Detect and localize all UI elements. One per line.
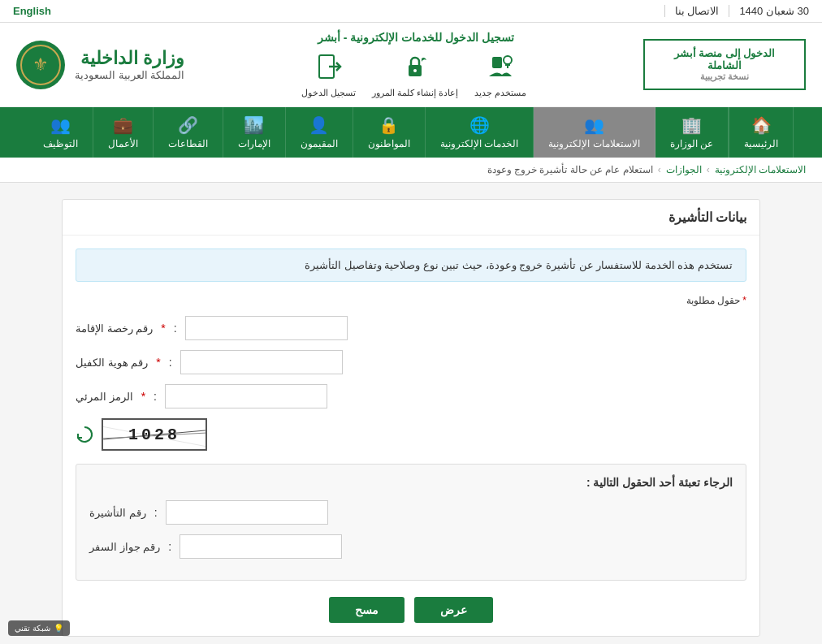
nav-e-inquiries[interactable]: 👥 الاستعلامات الإلكترونية bbox=[534, 107, 655, 158]
card-body: تستخدم هذه الخدمة للاستفسار عن تأشيرة خر… bbox=[63, 236, 759, 636]
sponsor-colon: : bbox=[169, 356, 172, 369]
absher-line1: الدخول إلى منصة أبشر الشاملة bbox=[658, 47, 791, 71]
reset-password-label: إعادة إنشاء كلمة المرور bbox=[372, 88, 458, 98]
english-link[interactable]: English bbox=[13, 5, 51, 17]
ministry-emblem: ⚜ bbox=[16, 41, 65, 89]
nav-residents[interactable]: 👤 المقيمون bbox=[286, 107, 353, 158]
passport-colon: : bbox=[168, 540, 171, 553]
nav-e-inquiries-label: الاستعلامات الإلكترونية bbox=[548, 138, 639, 149]
about-icon: 🏢 bbox=[681, 115, 702, 135]
nav-citizens-label: المواطنون bbox=[368, 138, 410, 149]
nav-employment[interactable]: 👥 التوظيف bbox=[28, 107, 93, 158]
captcha-image: 1028 bbox=[102, 418, 207, 451]
login-button[interactable]: تسجيل الدخول bbox=[301, 49, 356, 98]
e-services-icon: 🌐 bbox=[469, 115, 490, 135]
main-nav: 🏠 الرئيسية 🏢 عن الوزارة 👥 الاستعلامات ال… bbox=[0, 107, 822, 158]
employment-icon: 👥 bbox=[50, 115, 71, 135]
captcha-label: الرمز المرئي bbox=[76, 391, 133, 403]
captcha-asterisk: * bbox=[141, 390, 145, 403]
sponsor-asterisk: * bbox=[156, 356, 160, 369]
ministry-logo: وزارة الداخلية المملكة العربية السعودية … bbox=[16, 41, 184, 89]
nav-e-services-label: الخدمات الإلكترونية bbox=[440, 138, 518, 149]
nav-emirates-label: الإمارات bbox=[238, 138, 270, 149]
visa-colon: : bbox=[154, 506, 158, 519]
nav-employment-label: التوظيف bbox=[43, 138, 78, 149]
svg-text:⚜: ⚜ bbox=[32, 54, 49, 75]
svg-rect-0 bbox=[492, 57, 502, 68]
absher-line2: نسخة تجريبية bbox=[658, 71, 791, 82]
iqama-colon: : bbox=[174, 322, 177, 335]
new-user-button[interactable]: مستخدم جديد bbox=[474, 49, 526, 98]
submit-button[interactable]: عرض bbox=[414, 597, 493, 623]
section-title: الرجاء تعبئة أحد الحقول التالية : bbox=[89, 476, 733, 489]
watermark-icon: 💡 bbox=[54, 624, 63, 633]
asterisk-symbol: * bbox=[742, 295, 746, 306]
login-label: تسجيل الدخول bbox=[301, 88, 356, 98]
nav-e-services[interactable]: 🌐 الخدمات الإلكترونية bbox=[426, 107, 534, 158]
login-icon bbox=[311, 49, 347, 84]
reset-password-button[interactable]: إعادة إنشاء كلمة المرور bbox=[372, 49, 458, 98]
residents-icon: 👤 bbox=[309, 115, 329, 135]
captcha-refresh-button[interactable] bbox=[76, 426, 93, 443]
nav-sectors[interactable]: 🔗 القطاعات bbox=[154, 107, 223, 158]
new-user-icon bbox=[482, 49, 518, 84]
captcha-value: 1028 bbox=[128, 426, 180, 444]
nav-citizens[interactable]: 🔒 المواطنون bbox=[353, 107, 426, 158]
sponsor-label: رقم هوية الكفيل bbox=[76, 357, 148, 369]
captcha-colon: : bbox=[154, 390, 157, 403]
required-text: حقول مطلوبة bbox=[686, 295, 740, 306]
iqama-input[interactable] bbox=[185, 316, 348, 340]
iqama-asterisk: * bbox=[161, 322, 165, 335]
footer-watermark: 💡 شبكة تقني bbox=[8, 620, 70, 636]
breadcrumb-passports[interactable]: الجوازات bbox=[666, 164, 702, 175]
nav-sectors-label: القطاعات bbox=[168, 138, 208, 149]
breadcrumb-sep1: › bbox=[707, 164, 710, 175]
svg-point-1 bbox=[504, 56, 512, 64]
captcha-image-row: 1028 bbox=[76, 418, 746, 451]
passport-number-input[interactable] bbox=[180, 534, 342, 559]
nav-about-label: عن الوزارة bbox=[670, 138, 713, 149]
buttons-row: عرض مسح bbox=[76, 597, 746, 623]
emirates-icon: 🏙️ bbox=[244, 115, 264, 135]
captcha-input[interactable] bbox=[165, 384, 327, 408]
nav-home-label: الرئيسية bbox=[744, 138, 778, 149]
reset-password-icon bbox=[397, 49, 433, 84]
top-bar-right-content: 30 شعبان 1440 الاتصال بنا bbox=[664, 5, 809, 17]
breadcrumb-current: استعلام عام عن حالة تأشيرة خروج وعودة bbox=[487, 164, 653, 175]
login-title: تسجيل الدخول للخدمات الإلكترونية - أبشر bbox=[318, 31, 514, 44]
country-name: المملكة العربية السعودية bbox=[75, 69, 184, 81]
optional-section: الرجاء تعبئة أحد الحقول التالية : : رقم … bbox=[76, 464, 746, 581]
passport-number-row: : رقم جواز السفر bbox=[89, 534, 733, 559]
login-icons: مستخدم جديد إعادة إنشاء كلمة المرور bbox=[301, 49, 526, 98]
svg-point-5 bbox=[413, 69, 417, 72]
nav-emirates[interactable]: 🏙️ الإمارات bbox=[223, 107, 286, 158]
nav-residents-label: المقيمون bbox=[301, 138, 338, 149]
visa-number-label: رقم التأشيرة bbox=[89, 507, 146, 519]
nav-home[interactable]: 🏠 الرئيسية bbox=[729, 107, 794, 158]
main-content: بيانات التأشيرة تستخدم هذه الخدمة للاستف… bbox=[45, 183, 777, 644]
sponsor-row: : * رقم هوية الكفيل bbox=[76, 350, 746, 374]
date-label: 30 شعبان 1440 bbox=[729, 5, 809, 17]
captcha-row: : * الرمز المرئي bbox=[76, 384, 746, 408]
ministry-name: وزارة الداخلية bbox=[75, 48, 184, 69]
reset-button[interactable]: مسح bbox=[329, 597, 405, 623]
home-icon: 🏠 bbox=[751, 115, 772, 135]
header: الدخول إلى منصة أبشر الشاملة نسخة تجريبي… bbox=[0, 23, 822, 107]
nav-business[interactable]: 💼 الأعمال bbox=[93, 107, 154, 158]
top-bar: 30 شعبان 1440 الاتصال بنا English bbox=[0, 0, 822, 23]
card-title: بيانات التأشيرة bbox=[63, 200, 759, 236]
visa-card: بيانات التأشيرة تستخدم هذه الخدمة للاستف… bbox=[62, 199, 760, 637]
e-inquiries-icon: 👥 bbox=[584, 115, 604, 135]
nav-about[interactable]: 🏢 عن الوزارة bbox=[655, 107, 729, 158]
absher-banner[interactable]: الدخول إلى منصة أبشر الشاملة نسخة تجريبي… bbox=[643, 39, 806, 90]
sponsor-input[interactable] bbox=[180, 350, 343, 374]
breadcrumb-e-inquiries[interactable]: الاستعلامات الإلكترونية bbox=[715, 164, 806, 175]
required-note: * حقول مطلوبة bbox=[76, 295, 746, 306]
login-section: تسجيل الدخول للخدمات الإلكترونية - أبشر … bbox=[301, 31, 526, 98]
passport-number-label: رقم جواز السفر bbox=[89, 541, 160, 553]
logo-text: وزارة الداخلية المملكة العربية السعودية bbox=[75, 48, 184, 81]
nav-business-label: الأعمال bbox=[108, 138, 138, 149]
breadcrumb: الاستعلامات الإلكترونية › الجوازات › است… bbox=[0, 158, 822, 183]
sectors-icon: 🔗 bbox=[178, 115, 198, 135]
visa-number-input[interactable] bbox=[166, 500, 328, 525]
